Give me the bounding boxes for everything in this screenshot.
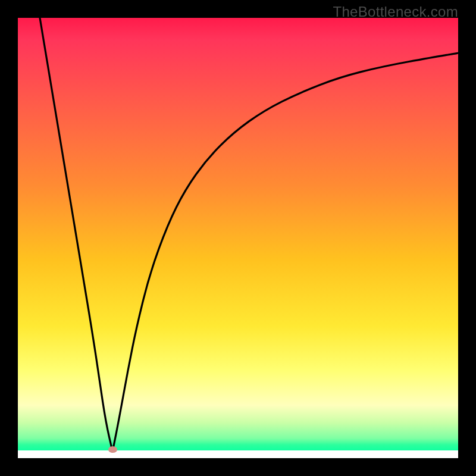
minimum-marker — [108, 446, 117, 453]
chart-frame: TheBottleneck.com — [0, 0, 476, 476]
watermark-label: TheBottleneck.com — [333, 4, 458, 20]
bottleneck-curve — [18, 18, 458, 458]
